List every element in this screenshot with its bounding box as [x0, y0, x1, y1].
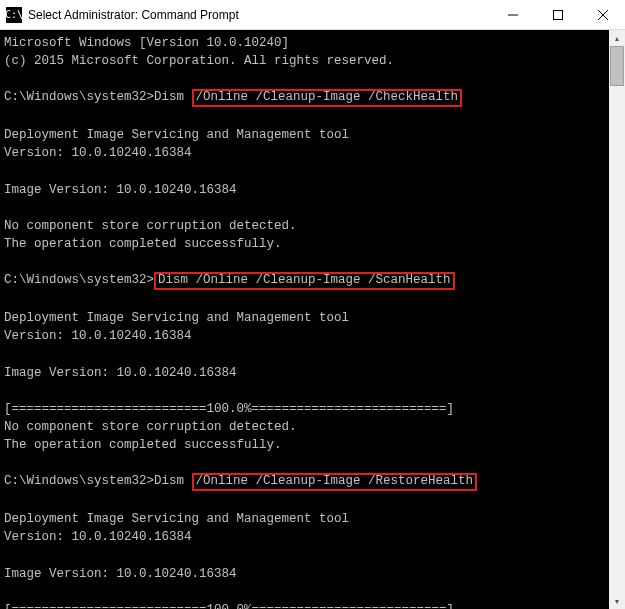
console-output[interactable]: Microsoft Windows [Version 10.0.10240] (… [0, 30, 609, 609]
titlebar[interactable]: C:\ Select Administrator: Command Prompt [0, 0, 625, 30]
window-title: Select Administrator: Command Prompt [28, 8, 490, 22]
svg-rect-1 [553, 10, 562, 19]
line-no-corruption-1: No component store corruption detected. [4, 219, 297, 233]
minimize-icon [508, 10, 518, 20]
cmd-icon: C:\ [6, 7, 22, 23]
scroll-down-arrow-icon[interactable]: ▾ [609, 593, 625, 609]
line-op-success-2: The operation completed successfully. [4, 438, 282, 452]
line-image-ver-1: Image Version: 10.0.10240.16384 [4, 183, 237, 197]
line-image-ver-2: Image Version: 10.0.10240.16384 [4, 366, 237, 380]
scrollbar-thumb[interactable] [610, 46, 624, 86]
line-progress-1: [==========================100.0%=======… [4, 402, 454, 416]
line-copyright: (c) 2015 Microsoft Corporation. All righ… [4, 54, 394, 68]
minimize-button[interactable] [490, 0, 535, 29]
line-op-success-1: The operation completed successfully. [4, 237, 282, 251]
line-dism-tool-3: Deployment Image Servicing and Managemen… [4, 512, 349, 526]
close-icon [598, 10, 608, 20]
line-win-version: Microsoft Windows [Version 10.0.10240] [4, 36, 289, 50]
line-dism-tool-1: Deployment Image Servicing and Managemen… [4, 128, 349, 142]
line-progress-2: [==========================100.0%=======… [4, 603, 454, 609]
line-image-ver-3: Image Version: 10.0.10240.16384 [4, 567, 237, 581]
cmd-icon-label: C:\ [5, 9, 23, 20]
window-controls [490, 0, 625, 29]
console-area: Microsoft Windows [Version 10.0.10240] (… [0, 30, 625, 609]
highlight-scanhealth: Dism /Online /Cleanup-Image /ScanHealth [154, 272, 455, 290]
highlight-checkhealth: /Online /Cleanup-Image /CheckHealth [192, 89, 463, 107]
scroll-up-arrow-icon[interactable]: ▴ [609, 30, 625, 46]
close-button[interactable] [580, 0, 625, 29]
prompt-3-prefix: C:\Windows\system32>Dism [4, 474, 192, 488]
line-dism-ver-1: Version: 10.0.10240.16384 [4, 146, 192, 160]
prompt-1-prefix: C:\Windows\system32>Dism [4, 90, 192, 104]
prompt-2-prefix: C:\Windows\system32> [4, 273, 154, 287]
line-dism-ver-2: Version: 10.0.10240.16384 [4, 329, 192, 343]
command-prompt-window: C:\ Select Administrator: Command Prompt… [0, 0, 625, 609]
line-dism-ver-3: Version: 10.0.10240.16384 [4, 530, 192, 544]
line-no-corruption-2: No component store corruption detected. [4, 420, 297, 434]
vertical-scrollbar[interactable]: ▴ ▾ [609, 30, 625, 609]
maximize-button[interactable] [535, 0, 580, 29]
line-dism-tool-2: Deployment Image Servicing and Managemen… [4, 311, 349, 325]
maximize-icon [553, 10, 563, 20]
highlight-restorehealth: /Online /Cleanup-Image /RestoreHealth [192, 473, 478, 491]
